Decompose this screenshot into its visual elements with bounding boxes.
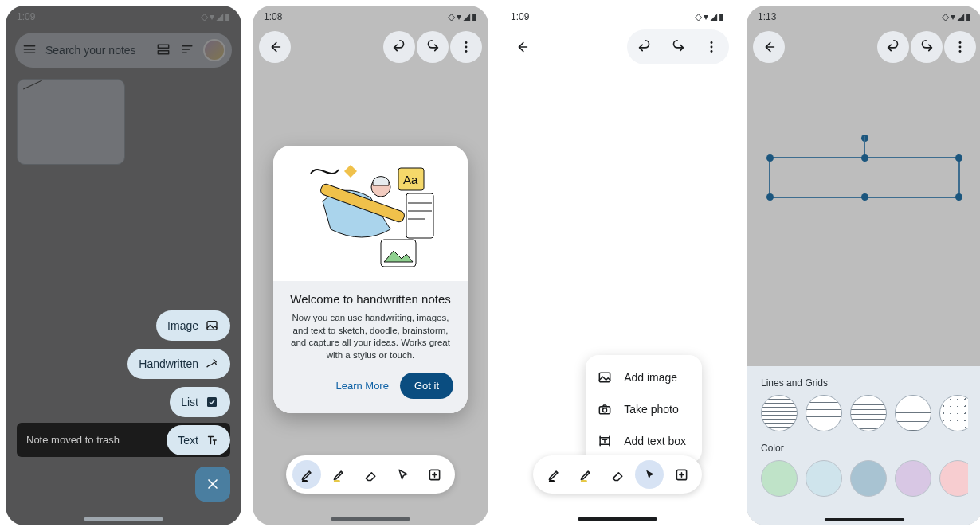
menu-item-label: Take photo (624, 403, 679, 416)
overflow-button[interactable] (944, 31, 976, 63)
pattern-large-grid[interactable] (895, 395, 931, 431)
back-button[interactable] (506, 31, 538, 63)
undo-icon (390, 38, 408, 56)
svg-marker-7 (344, 165, 357, 178)
redo-icon (424, 38, 441, 56)
pattern-dots[interactable] (939, 395, 968, 431)
got-it-button[interactable]: Got it (400, 373, 453, 399)
plus-box-icon (673, 467, 690, 483)
menu-item-add-image[interactable]: Add image (586, 361, 702, 393)
svg-point-24 (959, 46, 962, 49)
fab-item-label: Image (167, 319, 198, 332)
welcome-dialog: Aa Welcome to handwritten notes Now you … (273, 146, 468, 413)
screen-insert-menu: 1:09 ◇▾◢▮ Add image Take photo Add text … (500, 6, 735, 525)
arrow-back-icon (513, 38, 531, 56)
svg-rect-18 (600, 373, 610, 382)
pattern-wide-lines[interactable] (806, 395, 842, 431)
nav-pill (825, 518, 904, 521)
fab-item-label: List (181, 396, 198, 408)
svg-rect-10 (406, 193, 433, 238)
redo-button[interactable] (911, 31, 943, 63)
overflow-button[interactable] (450, 31, 482, 63)
undo-icon (636, 38, 653, 56)
color-swatch-2[interactable] (850, 460, 887, 497)
learn-more-button[interactable]: Learn More (335, 380, 388, 392)
insert-tool[interactable] (420, 460, 449, 489)
app-bar (253, 28, 488, 66)
undo-button[interactable] (877, 31, 909, 63)
insert-menu: Add image Take photo Add text box (586, 355, 702, 463)
menu-item-take-photo[interactable]: Take photo (586, 393, 702, 425)
redo-button[interactable] (662, 31, 694, 63)
select-tool[interactable] (388, 460, 417, 489)
status-bar: 1:08 ◇▾◢▮ (253, 6, 488, 28)
text-icon (205, 433, 219, 447)
nav-pill (331, 517, 410, 521)
arrow-back-icon (266, 38, 284, 56)
app-bar (747, 28, 980, 66)
draw-icon (205, 357, 219, 371)
svg-rect-2 (207, 322, 217, 330)
select-tool[interactable] (635, 460, 664, 489)
eraser-icon (610, 467, 626, 483)
image-icon (205, 318, 219, 333)
fab-item-image[interactable]: Image (156, 310, 230, 341)
arrow-back-icon (760, 38, 778, 56)
screen-notes-home: 1:09 ◇▾◢▮ Search your notes Note moved t… (6, 6, 241, 525)
svg-rect-3 (207, 397, 217, 407)
eraser-tool[interactable] (603, 460, 632, 489)
svg-point-25 (959, 50, 962, 53)
more-vert-icon (457, 38, 475, 56)
nav-pill (578, 517, 657, 521)
undo-button[interactable] (629, 31, 661, 63)
undo-button[interactable] (383, 31, 415, 63)
svg-point-20 (603, 408, 607, 412)
screen-welcome-modal: 1:08 ◇▾◢▮ Aa (253, 6, 488, 525)
menu-item-label: Add text box (624, 435, 686, 447)
status-time: 1:08 (264, 11, 282, 22)
dialog-title: Welcome to handwritten notes (288, 292, 453, 306)
pattern-small-grid[interactable] (850, 395, 887, 431)
svg-point-4 (465, 41, 468, 44)
color-swatch-0[interactable] (761, 460, 798, 497)
drawing-toolbar (533, 455, 702, 494)
insert-tool[interactable] (667, 460, 696, 489)
color-swatch-4[interactable] (939, 460, 968, 497)
highlighter-tool[interactable] (571, 460, 600, 489)
status-bar: 1:13 ◇▾◢▮ (747, 6, 980, 28)
more-vert-icon (703, 38, 720, 56)
pattern-narrow-lines[interactable] (761, 395, 798, 431)
snackbar-text: Note moved to trash (26, 434, 120, 446)
highlighter-icon (578, 467, 594, 483)
undo-icon (884, 38, 902, 56)
pen-tool[interactable] (292, 460, 321, 489)
pen-icon (546, 467, 563, 483)
fab-item-list[interactable]: List (170, 387, 230, 417)
pen-tool[interactable] (539, 460, 568, 489)
image-icon (597, 369, 613, 385)
fab-close-button[interactable] (195, 467, 230, 502)
selection-box[interactable] (769, 157, 960, 198)
drawing-toolbar (286, 455, 455, 494)
svg-text:Aa: Aa (403, 173, 418, 186)
fab-item-label: Text (178, 434, 198, 447)
status-icons: ◇▾◢▮ (448, 11, 477, 22)
fab-item-text[interactable]: Text (167, 425, 230, 455)
status-icons: ◇▾◢▮ (942, 11, 971, 22)
color-swatch-1[interactable] (806, 460, 842, 497)
eraser-tool[interactable] (356, 460, 385, 489)
more-vert-icon (951, 38, 969, 56)
redo-icon (669, 38, 687, 56)
plus-box-icon (426, 467, 443, 483)
back-button[interactable] (259, 31, 291, 63)
textbox-icon (597, 433, 613, 449)
background-sheet: Lines and Grids Color (747, 366, 980, 525)
color-swatch-3[interactable] (895, 460, 931, 497)
screen-background-picker: 1:13 ◇▾◢▮ Lines and Grids (747, 6, 980, 525)
overflow-button[interactable] (696, 31, 727, 63)
menu-item-add-textbox[interactable]: Add text box (586, 425, 702, 457)
highlighter-tool[interactable] (324, 460, 353, 489)
back-button[interactable] (753, 31, 785, 63)
fab-item-handwritten[interactable]: Handwritten (127, 349, 230, 379)
redo-button[interactable] (417, 31, 449, 63)
